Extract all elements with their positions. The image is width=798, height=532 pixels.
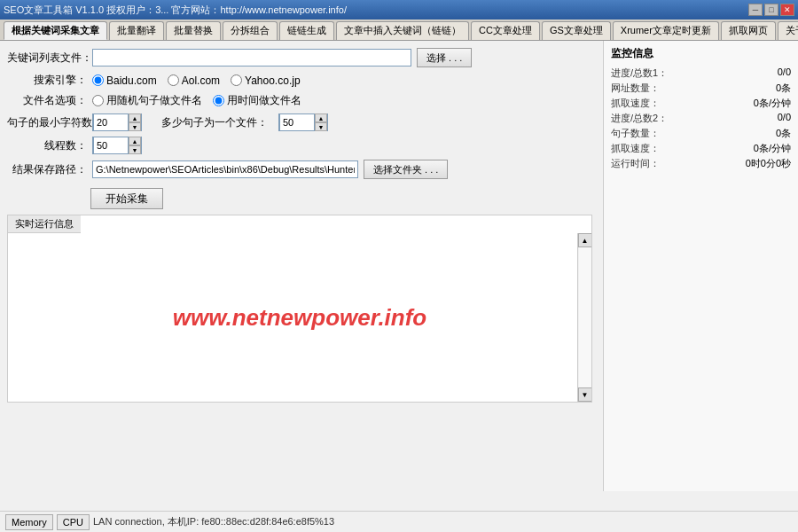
- keyword-file-control: 选择 . . .: [92, 48, 596, 67]
- radio-random-name[interactable]: 用随机句子做文件名: [92, 93, 202, 108]
- sentences-per-file-spinner[interactable]: ▲ ▼: [278, 113, 328, 131]
- radio-random-name-input[interactable]: [92, 95, 104, 106]
- minimize-button[interactable]: ─: [748, 4, 763, 16]
- radio-baidu-label: Baidu.com: [106, 74, 157, 87]
- left-panel: 关键词列表文件： 选择 . . . 搜索引擎： Baidu.com Aol.co…: [0, 41, 603, 491]
- search-engine-group: Baidu.com Aol.com Yahoo.co.jp: [92, 74, 596, 87]
- output-path-control: 选择文件夹 . . .: [92, 160, 596, 179]
- maximize-button[interactable]: □: [764, 4, 778, 16]
- sentences-up[interactable]: ▲: [315, 113, 327, 122]
- sentences-down[interactable]: ▼: [315, 122, 327, 131]
- sentences-per-file-input[interactable]: [279, 113, 315, 131]
- monitor-label-6: 抓取速度：: [611, 142, 660, 155]
- radio-yahoo-input[interactable]: [231, 74, 242, 86]
- output-path-row: 结果保存路径： 选择文件夹 . . .: [7, 160, 596, 179]
- threads-spinner[interactable]: ▲ ▼: [92, 137, 142, 154]
- scrollbar-vertical[interactable]: ▲ ▼: [577, 233, 591, 402]
- filename-option-group: 用随机句子做文件名 用时间做文件名: [92, 93, 596, 108]
- threads-row: 线程数： ▲ ▼: [7, 137, 596, 154]
- title-bar-buttons: ─ □ ✕: [748, 4, 794, 16]
- status-bar: Memory CPU LAN connection, 本机IP: fe80::8…: [0, 511, 798, 532]
- monitor-value-5: 0条: [776, 127, 791, 140]
- radio-baidu-input[interactable]: [92, 74, 104, 86]
- tab-keyword-collect[interactable]: 根据关键词采集文章: [4, 21, 107, 40]
- monitor-value-1: 0/0: [778, 66, 791, 80]
- monitor-label-2: 网址数量：: [611, 82, 660, 95]
- search-engine-label: 搜索引擎：: [7, 73, 87, 88]
- min-chars-control: 20 ▲ ▼ 多少句子为一个文件： ▲ ▼: [92, 113, 596, 131]
- scrollbar-up-arrow[interactable]: ▲: [578, 233, 592, 247]
- tab-gs-process[interactable]: GS文章处理: [542, 21, 611, 40]
- tab-crawl[interactable]: 抓取网页: [721, 21, 776, 40]
- monitor-title: 监控信息: [611, 46, 791, 61]
- min-chars-spinner-btns: ▲ ▼: [129, 113, 141, 131]
- monitor-value-4: 0/0: [778, 112, 791, 125]
- tab-insert-keyword[interactable]: 文章中插入关键词（链链）: [336, 21, 469, 40]
- search-engine-row: 搜索引擎： Baidu.com Aol.com Yahoo.co.jp: [7, 73, 596, 88]
- tab-batch-translate[interactable]: 批量翻译: [109, 21, 164, 40]
- monitor-row-4: 进度/总数2： 0/0: [611, 112, 791, 125]
- monitor-row-5: 句子数量： 0条: [611, 127, 791, 140]
- keyword-file-label: 关键词列表文件：: [7, 51, 87, 66]
- monitor-label-4: 进度/总数2：: [611, 112, 668, 125]
- threads-control: ▲ ▼: [92, 137, 596, 154]
- memory-label: Memory: [12, 517, 47, 528]
- tab-xrumer[interactable]: Xrumer文章定时更新: [613, 21, 719, 40]
- realtime-content: www.netnewpower.info ▲ ▼: [8, 233, 591, 402]
- tab-chain-generate[interactable]: 链链生成: [279, 21, 334, 40]
- threads-label: 线程数：: [7, 138, 87, 153]
- sentences-per-file-label: 多少句子为一个文件：: [161, 115, 268, 130]
- radio-random-name-label: 用随机句子做文件名: [106, 93, 202, 108]
- right-panel: 监控信息 进度/总数1： 0/0 网址数量： 0条 抓取速度： 0条/分钟 进度…: [603, 41, 798, 491]
- monitor-value-6: 0条/分钟: [754, 142, 791, 155]
- radio-aol-input[interactable]: [168, 74, 179, 86]
- radio-time-name[interactable]: 用时间做文件名: [213, 93, 301, 108]
- min-chars-up[interactable]: ▲: [129, 113, 141, 122]
- monitor-value-2: 0条: [776, 82, 791, 95]
- radio-aol-label: Aol.com: [182, 74, 220, 87]
- monitor-value-3: 0条/分钟: [754, 97, 791, 110]
- scrollbar-down-arrow[interactable]: ▼: [578, 387, 592, 402]
- tab-split-combine[interactable]: 分拆组合: [223, 21, 278, 40]
- keyword-file-button[interactable]: 选择 . . .: [417, 48, 472, 67]
- radio-aol[interactable]: Aol.com: [168, 74, 220, 87]
- min-chars-label: 句子的最小字符数：: [7, 115, 87, 130]
- tab-batch-replace[interactable]: 批量替换: [166, 21, 221, 40]
- start-row: 开始采集: [7, 184, 596, 209]
- radio-time-name-input[interactable]: [213, 95, 224, 106]
- threads-up[interactable]: ▲: [129, 137, 141, 145]
- threads-down[interactable]: ▼: [129, 145, 141, 154]
- close-button[interactable]: ✕: [780, 4, 794, 16]
- scrollbar-track: [579, 247, 591, 387]
- threads-spinner-btns: ▲ ▼: [129, 137, 141, 154]
- cpu-label: CPU: [63, 517, 83, 528]
- cpu-status[interactable]: CPU: [57, 514, 90, 530]
- threads-input[interactable]: [93, 137, 129, 154]
- title-bar: SEO文章工具箱 V1.1.0 授权用户：3... 官方网站：http://ww…: [0, 0, 798, 20]
- realtime-section: 实时运行信息 www.netnewpower.info ▲ ▼: [7, 215, 592, 403]
- lan-info: LAN connection, 本机IP: fe80::88ec:d28f:84…: [93, 515, 334, 528]
- radio-yahoo[interactable]: Yahoo.co.jp: [231, 74, 301, 87]
- output-path-button[interactable]: 选择文件夹 . . .: [364, 160, 448, 179]
- min-chars-input[interactable]: 20: [93, 113, 129, 131]
- keyword-file-row: 关键词列表文件： 选择 . . .: [7, 48, 596, 67]
- keyword-file-input[interactable]: [92, 49, 411, 66]
- monitor-label-7: 运行时间：: [611, 157, 660, 170]
- title-bar-text: SEO文章工具箱 V1.1.0 授权用户：3... 官方网站：http://ww…: [4, 4, 748, 17]
- output-path-input[interactable]: [92, 160, 358, 178]
- radio-baidu[interactable]: Baidu.com: [92, 74, 157, 87]
- monitor-label-1: 进度/总数1：: [611, 66, 668, 80]
- monitor-label-3: 抓取速度：: [611, 97, 660, 110]
- watermark-text: www.netnewpower.info: [173, 304, 427, 332]
- tab-about[interactable]: 关于: [778, 21, 798, 40]
- min-chars-spinner[interactable]: 20 ▲ ▼: [92, 113, 142, 131]
- realtime-tab-label[interactable]: 实时运行信息: [8, 215, 81, 233]
- filename-option-row: 文件名选项： 用随机句子做文件名 用时间做文件名: [7, 93, 596, 108]
- radio-time-name-label: 用时间做文件名: [227, 93, 301, 108]
- filename-option-label: 文件名选项：: [7, 93, 87, 108]
- tab-cc-process[interactable]: CC文章处理: [471, 21, 540, 40]
- start-button[interactable]: 开始采集: [90, 188, 163, 209]
- memory-status[interactable]: Memory: [5, 514, 53, 530]
- monitor-row-1: 进度/总数1： 0/0: [611, 66, 791, 80]
- min-chars-down[interactable]: ▼: [129, 122, 141, 131]
